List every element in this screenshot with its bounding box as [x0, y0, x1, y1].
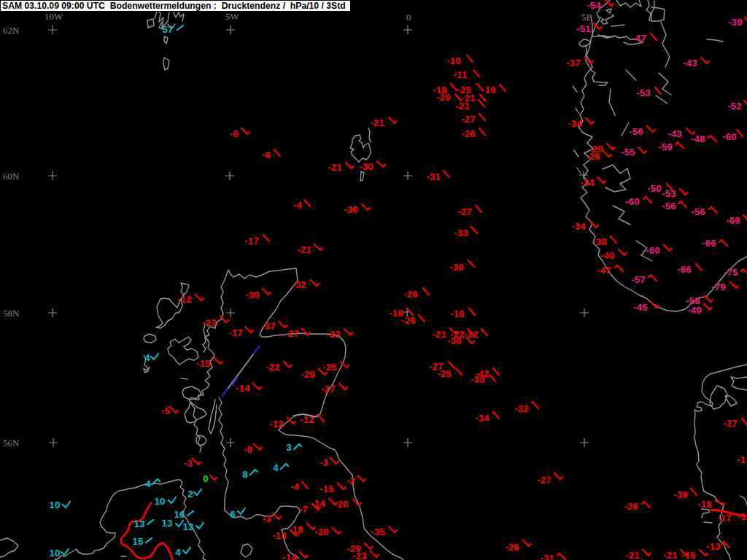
svg-text:-48: -48: [691, 133, 705, 144]
svg-text:10: 10: [49, 499, 60, 510]
svg-text:-20: -20: [334, 499, 349, 510]
svg-text:-19: -19: [481, 85, 496, 96]
svg-text:-3: -3: [184, 458, 193, 469]
svg-text:-21: -21: [297, 244, 311, 255]
svg-text:-26: -26: [505, 542, 519, 553]
svg-text:10W: 10W: [44, 11, 63, 22]
svg-text:-60: -60: [722, 131, 737, 142]
svg-text:-6: -6: [262, 149, 271, 160]
svg-text:-22: -22: [266, 362, 280, 373]
svg-text:62N: 62N: [3, 25, 20, 36]
svg-text:-47: -47: [597, 265, 611, 276]
svg-text:-14: -14: [236, 383, 250, 394]
svg-text:-23: -23: [202, 317, 217, 328]
svg-text:10: 10: [49, 548, 60, 559]
svg-text:-14: -14: [282, 552, 297, 560]
svg-text:-31: -31: [540, 553, 554, 560]
svg-text:-8: -8: [244, 444, 252, 455]
svg-text:-69: -69: [726, 215, 740, 226]
svg-text:-27: -27: [723, 418, 738, 429]
svg-text:-56: -56: [629, 126, 643, 137]
svg-text:-79: -79: [711, 281, 726, 292]
svg-text:-54: -54: [587, 0, 601, 11]
svg-text:-18: -18: [697, 499, 712, 510]
svg-text:-33: -33: [454, 228, 468, 238]
svg-text:-15: -15: [196, 358, 211, 369]
svg-text:-30: -30: [447, 335, 462, 346]
svg-text:-45: -45: [633, 302, 648, 313]
svg-text:-34: -34: [571, 221, 586, 232]
svg-text:-15: -15: [681, 550, 696, 560]
svg-text:-12: -12: [300, 414, 314, 425]
svg-text:-56: -56: [662, 201, 676, 211]
svg-text:-47: -47: [632, 33, 646, 44]
svg-text:-32: -32: [292, 279, 306, 290]
svg-text:-26: -26: [401, 315, 416, 326]
svg-text:-33: -33: [326, 329, 341, 340]
svg-text:-60: -60: [646, 245, 660, 256]
svg-text:-7: -7: [299, 504, 308, 515]
svg-text:-10: -10: [446, 55, 461, 66]
svg-text:-27: -27: [537, 475, 551, 486]
svg-text:5E: 5E: [581, 12, 592, 23]
svg-text:-52: -52: [727, 101, 742, 112]
svg-text:-5: -5: [161, 405, 170, 416]
svg-text:-21: -21: [455, 101, 470, 112]
svg-text:56N: 56N: [3, 438, 20, 448]
svg-text:-57: -57: [631, 274, 646, 285]
svg-text:-17: -17: [228, 327, 243, 338]
svg-text:-23: -23: [352, 551, 367, 560]
svg-text:-15: -15: [320, 483, 334, 494]
svg-text:0: 0: [406, 12, 411, 23]
svg-text:3: 3: [286, 442, 292, 453]
svg-text:60N: 60N: [3, 171, 20, 182]
svg-text:57: 57: [162, 24, 173, 35]
svg-text:-37: -37: [566, 58, 581, 69]
svg-text:-1: -1: [737, 454, 746, 465]
svg-text:13: 13: [182, 521, 194, 532]
svg-text:-38: -38: [449, 262, 464, 273]
svg-text:-66: -66: [702, 238, 716, 249]
svg-text:-13: -13: [706, 541, 721, 552]
svg-text:-27: -27: [321, 384, 336, 394]
svg-text:-50: -50: [647, 183, 662, 194]
svg-text:-55: -55: [621, 147, 635, 158]
svg-text:15: 15: [132, 536, 144, 547]
svg-text:-21: -21: [370, 117, 384, 128]
svg-text:-34: -34: [580, 177, 595, 188]
svg-text:-26: -26: [403, 289, 418, 300]
svg-text:-20: -20: [314, 526, 329, 537]
svg-text:5W: 5W: [225, 11, 240, 22]
svg-text:-39: -39: [673, 489, 688, 500]
svg-text:8: 8: [242, 469, 248, 480]
svg-text:16: 16: [174, 509, 185, 520]
svg-text:-35: -35: [371, 526, 385, 537]
svg-text:-53: -53: [662, 188, 676, 199]
svg-text:-17: -17: [244, 236, 259, 246]
svg-text:6: 6: [230, 509, 236, 520]
svg-text:-26: -26: [461, 128, 476, 139]
svg-text:2: 2: [187, 489, 193, 499]
svg-text:-21: -21: [663, 550, 678, 560]
svg-text:4: 4: [175, 547, 181, 558]
svg-text:58N: 58N: [3, 308, 20, 319]
svg-text:-43: -43: [667, 128, 682, 139]
svg-text:-51: -51: [576, 23, 591, 34]
svg-text:4: 4: [273, 462, 279, 473]
svg-text:-34: -34: [475, 413, 489, 424]
svg-text:-30: -30: [245, 289, 260, 300]
svg-text:-21: -21: [432, 329, 446, 340]
svg-text:-59: -59: [658, 141, 673, 152]
svg-text:-49: -49: [687, 305, 702, 316]
svg-text:-32: -32: [514, 403, 529, 414]
svg-text:-25: -25: [437, 368, 452, 379]
svg-text:-4: -4: [293, 200, 302, 211]
svg-text:-3: -3: [320, 457, 328, 468]
svg-text:-12: -12: [177, 294, 192, 305]
svg-text:-21: -21: [625, 550, 640, 560]
svg-text:-27: -27: [461, 114, 476, 125]
svg-text:-20: -20: [436, 92, 451, 103]
svg-text:-4: -4: [290, 481, 299, 492]
svg-text:13: 13: [161, 518, 173, 529]
svg-text:-2: -2: [347, 475, 355, 486]
